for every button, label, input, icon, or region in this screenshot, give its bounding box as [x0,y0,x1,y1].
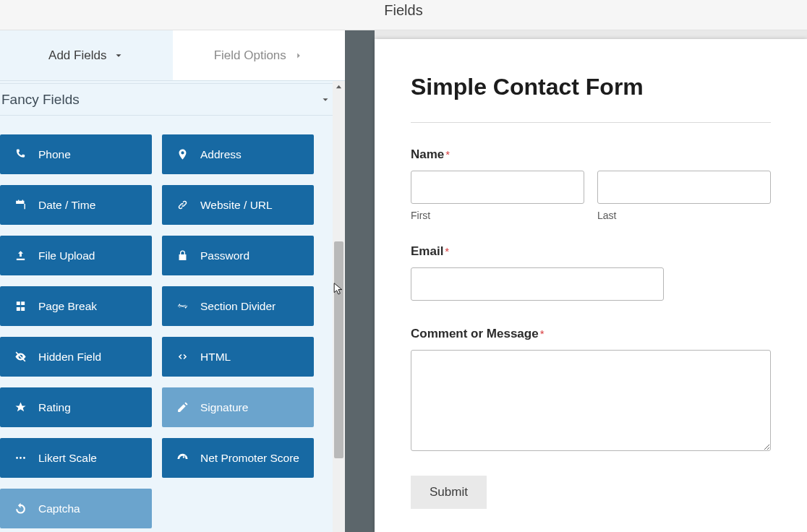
left-panel: Add Fields Field Options Fancy Fields Ph… [0,30,347,532]
chevron-down-icon [320,95,330,105]
pagebreak-icon [14,300,27,312]
star-icon [14,401,27,413]
chevron-down-icon [114,51,124,61]
dots-icon [14,452,27,464]
tab-add-fields[interactable]: Add Fields [0,30,173,80]
field-label: HTML [200,351,231,364]
sublabel-first: First [411,210,584,221]
sublabel-last: Last [597,210,771,221]
field-page-break[interactable]: Page Break [0,286,152,326]
topbar-title: Fields [384,0,422,19]
required-mark: * [443,245,449,257]
divider [411,122,771,123]
field-website-url[interactable]: Website / URL [162,185,314,225]
preview-area: Simple Contact Form Name* First Last Ema… [347,30,807,532]
field-label: Page Break [38,300,97,313]
form-preview[interactable]: Simple Contact Form Name* First Last Ema… [375,39,807,532]
scrollbar[interactable] [333,81,345,532]
lock-icon [176,249,189,262]
hidden-icon [14,351,27,363]
label-email: Email* [411,244,771,259]
field-label: Rating [38,401,71,414]
field-label: Date / Time [38,199,95,212]
code-icon [176,351,189,363]
field-label: Address [200,148,242,161]
form-title[interactable]: Simple Contact Form [411,74,771,100]
field-phone[interactable]: Phone [0,134,152,174]
email-input[interactable] [411,267,664,301]
field-captcha[interactable]: Captcha [0,489,152,528]
last-name-input[interactable] [597,171,771,204]
scrollbar-thumb[interactable] [334,241,343,458]
field-label: Hidden Field [38,351,101,364]
field-date-time[interactable]: Date / Time [0,185,152,225]
group-fancy-fields[interactable]: Fancy Fields [0,84,345,116]
field-file-upload[interactable]: File Upload [0,236,152,275]
field-label: Captcha [38,502,80,515]
field-label: Phone [38,148,71,161]
label-name: Name* [411,147,771,162]
calendar-icon [14,199,27,211]
field-likert-scale[interactable]: Likert Scale [0,438,152,478]
label-comment: Comment or Message* [411,327,771,341]
tab-add-fields-label: Add Fields [48,48,106,63]
field-signature[interactable]: Signature [162,387,314,427]
field-label: File Upload [38,249,95,262]
chevron-right-icon [294,51,304,61]
field-net-promoter-score[interactable]: Net Promoter Score [162,438,314,478]
field-label: Section Divider [200,300,276,313]
tab-field-options[interactable]: Field Options [173,30,346,80]
field-label: Likert Scale [38,452,97,465]
required-mark: * [444,148,450,160]
pen-icon [176,401,189,413]
field-label: Net Promoter Score [200,452,299,465]
required-mark: * [539,327,545,340]
field-label: Password [200,249,249,262]
field-rating[interactable]: Rating [0,387,152,427]
group-title: Fancy Fields [1,92,80,108]
phone-icon [14,148,27,160]
field-grid: PhoneAddressDate / TimeWebsite / URLFile… [0,116,345,532]
field-password[interactable]: Password [162,236,314,275]
refresh-icon [14,502,27,515]
topbar: Fields [0,0,807,30]
field-hidden-field[interactable]: Hidden Field [0,337,152,377]
upload-icon [14,249,27,262]
field-label: Website / URL [200,199,273,212]
pin-icon [176,148,189,160]
field-section-divider[interactable]: Section Divider [162,286,314,326]
link-icon [176,199,189,211]
sidebar-tabs: Add Fields Field Options [0,30,345,81]
field-label: Signature [200,401,248,414]
first-name-input[interactable] [411,171,584,204]
submit-button[interactable]: Submit [411,476,487,509]
divider-icon [176,300,189,312]
comment-textarea[interactable] [411,350,771,451]
field-address[interactable]: Address [162,134,314,174]
tab-field-options-label: Field Options [214,48,286,63]
field-html[interactable]: HTML [162,337,314,377]
scroll-up-arrow-icon[interactable] [333,81,345,93]
gauge-icon [176,452,189,464]
